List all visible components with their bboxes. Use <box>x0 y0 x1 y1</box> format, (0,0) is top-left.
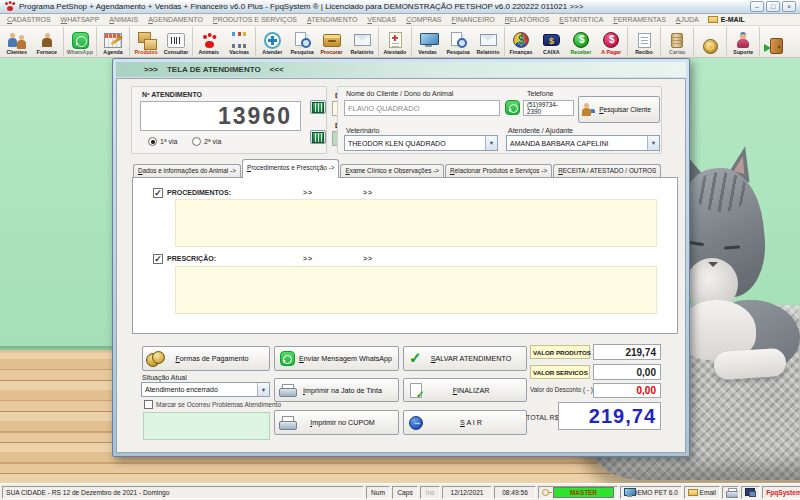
menu-item-produtos-e-servic-os[interactable]: PRODUTOS E SERVIÇOS <box>208 16 302 23</box>
printer-icon <box>726 488 735 497</box>
problem-checkbox[interactable] <box>144 400 153 409</box>
toolbar-button-relato-rio[interactable]: Relatório <box>347 27 377 56</box>
search-client-button[interactable]: Pesquisar Cliente <box>578 96 660 123</box>
save-attendance-button[interactable]: SALVAR ATENDIMENTO <box>403 346 527 371</box>
menu-item-ajuda[interactable]: AJUDA <box>671 16 704 23</box>
send-whatsapp-button[interactable]: Enviar Mensagem WhatsApp <box>274 346 399 371</box>
toolbar-button-atender[interactable]: Atender <box>257 27 287 56</box>
entry-date-calendar-button[interactable] <box>310 100 326 114</box>
menu-item-relato-rios[interactable]: RELATÓRIOS <box>500 16 555 23</box>
status-location: SUA CIDADE - RS 12 de Dezembro de 2021 -… <box>2 486 364 499</box>
procedures-expand-1[interactable]: >> <box>303 189 313 196</box>
toolbar-button-relato-rio[interactable]: Relatório <box>473 27 503 56</box>
toolbar-button-produtos[interactable]: Produtos <box>131 27 161 56</box>
menu-item-cadastros[interactable]: CADASTROS <box>2 16 56 23</box>
toolbar-button-cartas[interactable]: Cartas <box>662 27 692 56</box>
procedures-textarea[interactable] <box>175 199 657 247</box>
menu-item-email[interactable]: E-MAIL <box>704 16 749 23</box>
client-name-input[interactable]: FLAVIO QUADRADO <box>344 100 500 116</box>
menu-item-atendimento[interactable]: ATENDIMENTO <box>302 16 362 23</box>
prescription-expand-2[interactable]: >> <box>363 255 373 262</box>
via2-radio[interactable] <box>192 137 201 146</box>
search-client-label: Pesquisar Cliente <box>597 106 659 113</box>
supplier-icon <box>41 33 53 48</box>
toolbar-button-caixa[interactable]: CAIXA <box>536 27 566 56</box>
toolbar-button-recibo[interactable]: Recibo <box>629 27 659 56</box>
tab-dados-e-informac-o-es-do-animal[interactable]: Dados e informações do Animal -> <box>133 164 241 178</box>
toolbar-button-consultar[interactable]: Consultar <box>161 27 191 56</box>
attendance-number-field[interactable]: 13960 <box>140 101 301 131</box>
procedures-tab-panel: PROCEDIMENTOS: >> >> PRESCRIÇÃO: >> >> <box>132 177 678 334</box>
receipt-icon <box>638 33 651 48</box>
whatsapp-icon <box>72 32 89 49</box>
attendant-dropdown[interactable]: AMANDA BARBARA CAPELINI ▼ <box>506 135 660 151</box>
tab-receita-atestado-outros[interactable]: RECEITA / ATESTADO / OUTROS <box>553 164 661 178</box>
status-printer[interactable] <box>722 486 739 499</box>
toolbar-button-vendas[interactable]: Vendas <box>413 27 443 56</box>
status-master: MASTER <box>538 486 618 499</box>
procedures-expand-2[interactable]: >> <box>363 189 373 196</box>
print-inkjet-button[interactable]: Imprimir na Jato de Tinta <box>274 378 399 402</box>
menu-item-compras[interactable]: COMPRAS <box>401 16 446 23</box>
procedures-checkbox[interactable] <box>153 188 163 198</box>
cat-paw <box>713 348 787 381</box>
exit-button[interactable]: S A I R <box>403 410 527 435</box>
status-brand[interactable]: FpqSystem <box>762 486 800 499</box>
toolbar-button-pesquisa[interactable]: Pesquisa <box>287 27 317 56</box>
finalize-button[interactable]: FINALIZAR <box>403 378 527 402</box>
minimize-button[interactable]: – <box>750 1 764 12</box>
prescription-checkbox[interactable] <box>153 254 163 264</box>
tab-relacionar-produtos-e-servic-os[interactable]: Relacionar Produtos e Serviços -> <box>445 164 552 178</box>
toolbar-group: FinançasCAIXAReceberA Pagar <box>504 27 626 56</box>
menu-item-estatistica[interactable]: ESTATISTICA <box>554 16 608 23</box>
print-coupon-button[interactable]: Imprimir no CUPOM <box>274 410 399 435</box>
toolbar-button-financ-as[interactable]: Finanças <box>506 27 536 56</box>
whatsapp-phone-icon[interactable] <box>505 100 520 115</box>
toolbar-button-coin-icon[interactable] <box>695 27 725 56</box>
menu-item-whatsapp[interactable]: WHATSAPP <box>56 16 105 23</box>
window-title: Programa PetShop + Agendamento + Vendas … <box>19 2 746 11</box>
via1-radio[interactable] <box>148 137 157 146</box>
toolbar-label-receber: Receber <box>571 49 592 54</box>
toolbar-button-animais[interactable]: Animais <box>194 27 224 56</box>
status-demo[interactable]: DEMO PET 6.0 <box>620 486 682 499</box>
close-button[interactable]: × <box>782 1 796 12</box>
toolbar-button-vacinas[interactable]: Vacinas <box>224 27 254 56</box>
prescription-textarea[interactable] <box>175 266 657 314</box>
receive-icon <box>573 32 589 48</box>
problem-notes-textarea[interactable] <box>143 412 270 440</box>
menu-item-ferramentas[interactable]: FERRAMENTAS <box>608 16 670 23</box>
menu-item-agendamento[interactable]: AGENDAMENTO <box>143 16 208 23</box>
status-network[interactable] <box>741 486 760 499</box>
finalize-label: FINALIZAR <box>428 386 526 395</box>
toolbar-button-exitdoor-icon[interactable] <box>761 27 791 56</box>
vet-dropdown[interactable]: THEODOR KLEN QUADRADO ▼ <box>344 135 498 151</box>
toolbar-button-suporte[interactable]: Suporte <box>728 27 758 56</box>
toolbar-button-whatsapp[interactable]: WhatsApp <box>65 27 95 56</box>
phone-input[interactable]: (51)99734-2390 <box>523 100 574 116</box>
toolbar: ClientesForneceWhatsAppAgendaProdutosCon… <box>0 26 800 58</box>
menu-item-financeiro[interactable]: FINANCEIRO <box>447 16 500 23</box>
toolbar-button-agenda[interactable]: Agenda <box>98 27 128 56</box>
tab-exame-cli-nico-e-observac-o-es[interactable]: Exame Clínico e Observações -> <box>340 164 444 178</box>
exit-date-calendar-button[interactable] <box>310 130 326 144</box>
menu-item-animais[interactable]: ANIMAIS <box>104 16 143 23</box>
toolbar-button-fornece[interactable]: Fornece <box>32 27 62 56</box>
maximize-button[interactable]: □ <box>766 1 780 12</box>
menu-item-vendas[interactable]: VENDAS <box>362 16 401 23</box>
toolbar-button-procurar[interactable]: Procurar <box>317 27 347 56</box>
toolbar-button-receber[interactable]: Receber <box>566 27 596 56</box>
payment-methods-button[interactable]: Formas de Pagamento <box>142 346 270 371</box>
toolbar-button-pesquisa[interactable]: Pesquisa <box>443 27 473 56</box>
prescription-expand-1[interactable]: >> <box>303 255 313 262</box>
vet-value: THEODOR KLEN QUADRADO <box>348 140 446 147</box>
situation-dropdown[interactable]: Atendimento encerrado ▼ <box>141 382 270 397</box>
tab-procedimentos-e-prescric-a-o[interactable]: Procedimentos e Prescrição -> <box>242 159 340 178</box>
toolbar-button-a-pagar[interactable]: A Pagar <box>596 27 626 56</box>
report-icon <box>354 34 371 46</box>
toolbar-button-atestado[interactable]: Atestado <box>380 27 410 56</box>
toolbar-label-agenda: Agenda <box>103 49 122 54</box>
status-email[interactable]: Email <box>684 486 720 499</box>
toolbar-button-clientes[interactable]: Clientes <box>2 27 32 56</box>
status-time: 08:49:56 <box>494 486 536 499</box>
